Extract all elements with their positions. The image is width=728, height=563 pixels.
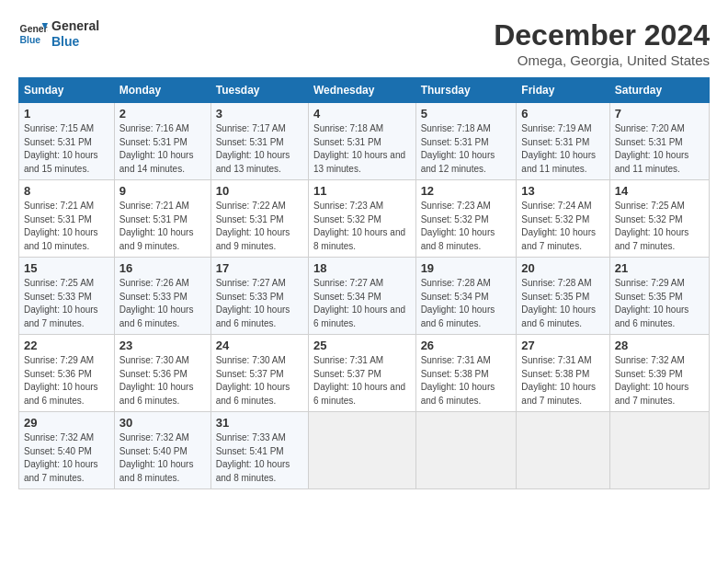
sunset-label: Sunset: 5:38 PM (521, 369, 589, 379)
calendar-cell: 15 Sunrise: 7:25 AM Sunset: 5:33 PM Dayl… (19, 258, 115, 335)
day-number: 23 (119, 339, 206, 352)
day-number: 31 (216, 416, 303, 430)
sunrise-label: Sunrise: 7:23 AM (421, 201, 491, 211)
daylight-label: Daylight: 10 hours and 6 minutes. (119, 304, 194, 328)
calendar-cell (609, 412, 709, 489)
svg-text:Blue: Blue (20, 34, 41, 44)
day-number: 11 (313, 184, 411, 198)
calendar-cell: 12 Sunrise: 7:23 AM Sunset: 5:32 PM Dayl… (415, 180, 517, 258)
sunrise-label: Sunrise: 7:31 AM (313, 355, 383, 365)
daylight-label: Daylight: 10 hours and 6 minutes. (24, 382, 98, 406)
day-info: Sunrise: 7:23 AM Sunset: 5:32 PM Dayligh… (313, 200, 411, 253)
sunrise-label: Sunrise: 7:16 AM (119, 123, 189, 133)
sunset-label: Sunset: 5:31 PM (24, 214, 92, 224)
day-info: Sunrise: 7:33 AM Sunset: 5:41 PM Dayligh… (216, 431, 303, 485)
daylight-label: Daylight: 10 hours and 8 minutes. (313, 227, 405, 251)
calendar-cell: 19 Sunrise: 7:28 AM Sunset: 5:34 PM Dayl… (415, 258, 517, 335)
logo-icon: General Blue (18, 19, 48, 49)
day-number: 24 (216, 339, 303, 352)
day-info: Sunrise: 7:21 AM Sunset: 5:31 PM Dayligh… (24, 200, 109, 253)
sunrise-label: Sunrise: 7:32 AM (24, 432, 94, 442)
daylight-label: Daylight: 10 hours and 6 minutes. (216, 382, 290, 406)
sunrise-label: Sunrise: 7:25 AM (24, 278, 94, 288)
daylight-label: Daylight: 10 hours and 6 minutes. (521, 304, 596, 328)
sunset-label: Sunset: 5:33 PM (119, 292, 188, 302)
day-info: Sunrise: 7:32 AM Sunset: 5:40 PM Dayligh… (119, 431, 206, 485)
daylight-label: Daylight: 10 hours and 8 minutes. (421, 227, 495, 251)
sunset-label: Sunset: 5:33 PM (216, 292, 284, 302)
sunrise-label: Sunrise: 7:31 AM (521, 355, 591, 365)
sunrise-label: Sunrise: 7:24 AM (521, 201, 591, 211)
day-info: Sunrise: 7:32 AM Sunset: 5:39 PM Dayligh… (615, 354, 704, 408)
sunrise-label: Sunrise: 7:33 AM (216, 432, 286, 442)
sunset-label: Sunset: 5:35 PM (521, 292, 589, 302)
sunrise-label: Sunrise: 7:27 AM (216, 278, 286, 288)
calendar-cell: 10 Sunrise: 7:22 AM Sunset: 5:31 PM Dayl… (210, 180, 308, 258)
day-number: 18 (313, 261, 411, 275)
sunset-label: Sunset: 5:32 PM (615, 214, 683, 224)
day-info: Sunrise: 7:30 AM Sunset: 5:37 PM Dayligh… (216, 354, 303, 408)
calendar-cell: 25 Sunrise: 7:31 AM Sunset: 5:37 PM Dayl… (308, 335, 415, 412)
sunset-label: Sunset: 5:41 PM (216, 446, 284, 456)
sunrise-label: Sunrise: 7:21 AM (119, 201, 189, 211)
sunset-label: Sunset: 5:32 PM (421, 214, 489, 224)
calendar-cell: 4 Sunrise: 7:18 AM Sunset: 5:31 PM Dayli… (308, 103, 415, 180)
day-number: 7 (615, 107, 704, 121)
day-info: Sunrise: 7:31 AM Sunset: 5:37 PM Dayligh… (313, 354, 411, 408)
day-info: Sunrise: 7:18 AM Sunset: 5:31 PM Dayligh… (421, 122, 512, 176)
sunrise-label: Sunrise: 7:23 AM (313, 201, 383, 211)
calendar-cell: 30 Sunrise: 7:32 AM Sunset: 5:40 PM Dayl… (114, 412, 210, 489)
sunrise-label: Sunrise: 7:29 AM (615, 278, 685, 288)
sunrise-label: Sunrise: 7:29 AM (24, 355, 94, 365)
calendar-cell: 21 Sunrise: 7:29 AM Sunset: 5:35 PM Dayl… (609, 258, 709, 335)
logo: General Blue General Blue (18, 18, 99, 50)
calendar-cell: 7 Sunrise: 7:20 AM Sunset: 5:31 PM Dayli… (609, 103, 709, 180)
sunset-label: Sunset: 5:39 PM (615, 369, 683, 379)
calendar-cell: 2 Sunrise: 7:16 AM Sunset: 5:31 PM Dayli… (114, 103, 210, 180)
day-number: 25 (313, 339, 411, 352)
day-info: Sunrise: 7:31 AM Sunset: 5:38 PM Dayligh… (421, 354, 512, 408)
calendar-cell: 31 Sunrise: 7:33 AM Sunset: 5:41 PM Dayl… (210, 412, 308, 489)
sunrise-label: Sunrise: 7:17 AM (216, 123, 286, 133)
calendar-week-row: 15 Sunrise: 7:25 AM Sunset: 5:33 PM Dayl… (19, 258, 710, 335)
day-number: 20 (521, 261, 604, 275)
sunset-label: Sunset: 5:31 PM (521, 137, 589, 147)
day-number: 10 (216, 184, 303, 198)
daylight-label: Daylight: 10 hours and 11 minutes. (615, 150, 689, 174)
day-number: 28 (615, 339, 704, 352)
sunrise-label: Sunrise: 7:20 AM (615, 123, 685, 133)
calendar-week-row: 1 Sunrise: 7:15 AM Sunset: 5:31 PM Dayli… (19, 103, 710, 180)
daylight-label: Daylight: 10 hours and 6 minutes. (421, 304, 495, 328)
day-number: 5 (421, 107, 512, 121)
daylight-label: Daylight: 10 hours and 6 minutes. (313, 382, 405, 406)
day-number: 26 (421, 339, 512, 352)
day-number: 27 (521, 339, 604, 352)
calendar-week-row: 22 Sunrise: 7:29 AM Sunset: 5:36 PM Dayl… (19, 335, 710, 412)
daylight-label: Daylight: 10 hours and 6 minutes. (313, 304, 405, 328)
logo-text-general: General (51, 18, 99, 34)
daylight-label: Daylight: 10 hours and 14 minutes. (119, 150, 194, 174)
sunset-label: Sunset: 5:31 PM (24, 137, 92, 147)
sunset-label: Sunset: 5:36 PM (24, 369, 92, 379)
header-saturday: Saturday (609, 78, 709, 103)
calendar-cell: 24 Sunrise: 7:30 AM Sunset: 5:37 PM Dayl… (210, 335, 308, 412)
daylight-label: Daylight: 10 hours and 7 minutes. (24, 304, 98, 328)
calendar-table: SundayMondayTuesdayWednesdayThursdayFrid… (18, 77, 710, 489)
daylight-label: Daylight: 10 hours and 9 minutes. (216, 227, 290, 251)
calendar-cell: 8 Sunrise: 7:21 AM Sunset: 5:31 PM Dayli… (19, 180, 115, 258)
sunset-label: Sunset: 5:31 PM (421, 137, 489, 147)
header-sunday: Sunday (19, 78, 115, 103)
sunset-label: Sunset: 5:31 PM (615, 137, 683, 147)
daylight-label: Daylight: 10 hours and 8 minutes. (119, 459, 194, 483)
daylight-label: Daylight: 10 hours and 13 minutes. (216, 150, 290, 174)
daylight-label: Daylight: 10 hours and 6 minutes. (216, 304, 290, 328)
calendar-cell: 27 Sunrise: 7:31 AM Sunset: 5:38 PM Dayl… (517, 335, 609, 412)
logo-text-blue: Blue (51, 34, 99, 50)
day-info: Sunrise: 7:19 AM Sunset: 5:31 PM Dayligh… (521, 122, 604, 176)
sunset-label: Sunset: 5:31 PM (313, 137, 381, 147)
calendar-header-row: SundayMondayTuesdayWednesdayThursdayFrid… (19, 78, 710, 103)
sunrise-label: Sunrise: 7:30 AM (119, 355, 189, 365)
day-number: 6 (521, 107, 604, 121)
sunset-label: Sunset: 5:40 PM (119, 446, 188, 456)
day-number: 30 (119, 416, 206, 430)
